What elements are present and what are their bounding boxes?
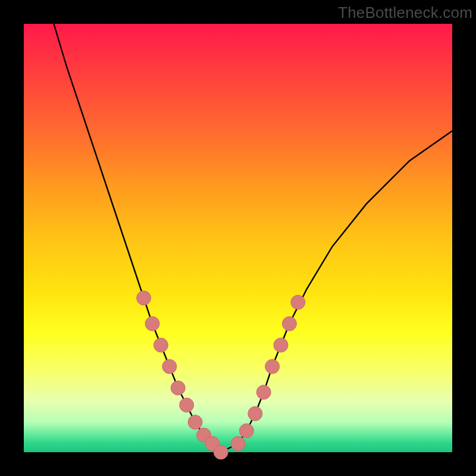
data-marker-group [137,291,305,459]
chart-svg [24,24,452,452]
data-marker [248,406,262,421]
plot-area [24,24,452,452]
data-marker [145,317,159,331]
data-marker [274,338,288,352]
data-marker [214,445,228,459]
right-curve-path [221,131,452,452]
data-marker [137,291,151,305]
data-marker [239,424,253,438]
left-curve-path [54,24,221,452]
chart-frame: TheBottleneck.com [0,0,476,476]
watermark-text: TheBottleneck.com [338,4,472,22]
data-marker [231,437,245,451]
data-marker [162,359,177,374]
data-marker [265,359,280,374]
data-marker [256,385,271,399]
curve-group [54,24,452,452]
data-marker [154,338,168,352]
data-marker [188,415,202,430]
data-marker [282,317,296,331]
data-marker [180,398,194,412]
data-marker [171,381,185,395]
data-marker [291,295,305,309]
